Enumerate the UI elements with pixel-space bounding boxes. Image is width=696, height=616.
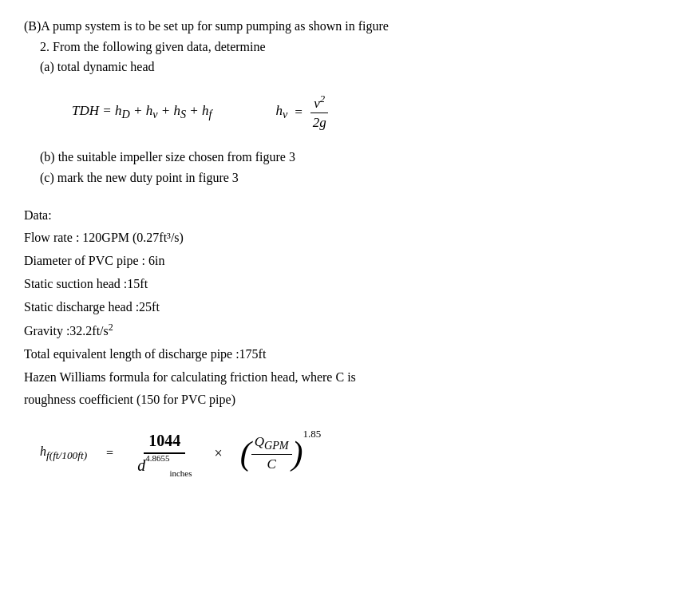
gravity: Gravity :32.2ft/s2: [24, 319, 672, 343]
exponent-185: 1.85: [303, 428, 322, 440]
main-fraction: 1044 d 4.8655 inches: [132, 432, 196, 475]
roughness: roughness coefficient (150 for PVC pipe): [24, 389, 672, 412]
right-paren: ): [292, 436, 303, 470]
hazen-williams: Hazen Williams formula for calculating f…: [24, 366, 672, 389]
total-length: Total equivalent length of discharge pip…: [24, 343, 672, 366]
data-section: Data: Flow rate : 120GPM (0.27ft³/s) Dia…: [24, 204, 672, 413]
fraction-denominator: d 4.8655 inches: [132, 454, 196, 475]
qc-fraction: QGPM C: [251, 434, 292, 472]
d-with-exponent: d 4.8655 inches: [137, 456, 192, 475]
d-subscript: inches: [169, 468, 192, 478]
q-numerator: QGPM: [251, 434, 292, 455]
tdh-formula: TDH = hD + hv + hS + hf: [72, 103, 212, 121]
times-sign: ×: [214, 445, 222, 462]
part-b-label: (b) the suitable impeller size chosen fr…: [40, 150, 295, 164]
parts-bc: (b) the suitable impeller size chosen fr…: [24, 147, 672, 188]
tdh-formula-row: TDH = hD + hv + hS + hf hv = v2 2g: [72, 93, 672, 132]
flow-rate: Flow rate : 120GPM (0.27ft³/s): [24, 227, 672, 250]
static-discharge: Static discharge head :25ft: [24, 296, 672, 319]
left-paren: (: [240, 436, 251, 470]
hv-fraction: v2 2g: [310, 93, 330, 132]
static-suction: Static suction head :15ft: [24, 273, 672, 296]
hf-lhs: hf(ft/100ft): [40, 444, 87, 462]
header-line2: 2. From the following given data, determ…: [40, 40, 266, 53]
hv-formula: hv = v2 2g: [276, 93, 330, 132]
main-content: (B)A pump system is to be set up for sum…: [24, 16, 672, 475]
fraction-numerator: 1044: [144, 432, 185, 454]
part-a-label: (a) total dynamic head: [40, 60, 155, 73]
diameter: Diameter of PVC pipe : 6in: [24, 250, 672, 273]
hazen-formula-row: hf(ft/100ft) = 1044 d 4.8655 inches × ( …: [40, 432, 672, 475]
d-superscript: 4.8655: [145, 453, 169, 463]
data-label: Data:: [24, 204, 672, 227]
d-letter: d: [137, 456, 145, 475]
problem-statement: (B)A pump system is to be set up for sum…: [24, 16, 672, 77]
part-c-label: (c) mark the new duty point in figure 3: [40, 171, 239, 184]
paren-fraction-group: ( QGPM C ) 1.85: [240, 434, 322, 472]
c-denominator: C: [263, 455, 279, 472]
paren-inner: ( QGPM C ): [240, 434, 303, 472]
header-line1: (B)A pump system is to be set up for sum…: [24, 19, 389, 33]
equals-sign: =: [106, 446, 113, 460]
